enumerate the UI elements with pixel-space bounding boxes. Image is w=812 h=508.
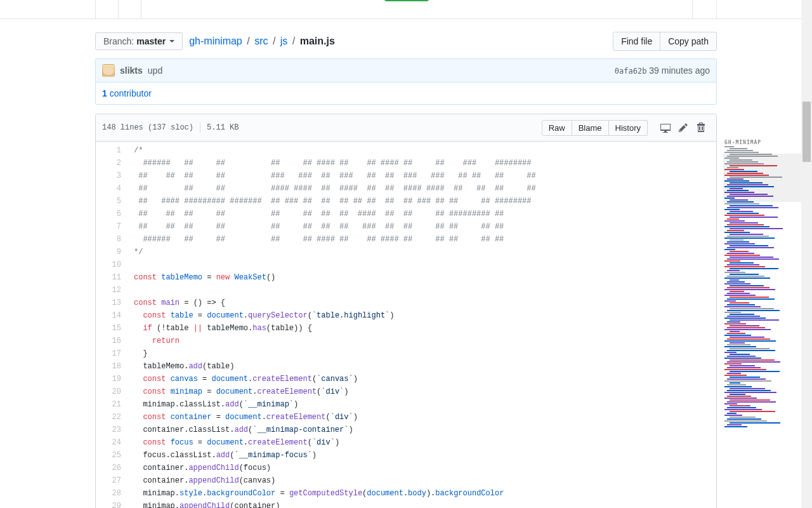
history-button[interactable]: History — [609, 120, 648, 136]
minimap-viewport[interactable] — [723, 154, 812, 202]
minimap-title: GH-MINIMAP — [724, 140, 811, 146]
chevron-down-icon — [169, 40, 174, 43]
branch-label: Branch: — [103, 36, 134, 46]
breadcrumb-part-0[interactable]: src — [254, 36, 268, 46]
raw-button[interactable]: Raw — [542, 120, 572, 136]
line-numbers: 1234567891011121314151617181920212223242… — [96, 142, 128, 508]
breadcrumb-repo[interactable]: gh-minimap — [189, 36, 242, 46]
trash-icon[interactable] — [692, 119, 710, 137]
code-content: /* ###### ## ## ## ## #### ## ## #### ##… — [128, 142, 716, 508]
breadcrumb-file: main.js — [300, 36, 335, 46]
blame-button[interactable]: Blame — [572, 120, 609, 136]
commit-time: 39 minutes ago — [649, 65, 710, 76]
commit-sha[interactable]: 0afa62b — [615, 67, 647, 76]
tab-residual-1 — [96, 0, 119, 19]
pencil-icon[interactable] — [674, 119, 692, 137]
avatar[interactable] — [102, 64, 115, 77]
desktop-icon[interactable] — [657, 119, 674, 137]
file-navigation: Branch: master gh-minimap / src / js / m… — [95, 32, 717, 51]
tab-residual-2 — [119, 0, 141, 19]
top-nav-residual — [0, 0, 812, 19]
branch-name: master — [136, 36, 166, 46]
minimap[interactable]: GH-MINIMAP — [723, 138, 812, 508]
contributors-link[interactable]: 1 contributor — [102, 88, 152, 98]
commit-author[interactable]: slikts — [120, 65, 143, 76]
clone-button-residual — [384, 0, 429, 1]
code-blob: 1234567891011121314151617181920212223242… — [96, 142, 716, 508]
breadcrumb-part-1[interactable]: js — [280, 36, 288, 46]
file-size: 5.11 KB — [207, 123, 239, 132]
commit-message[interactable]: upd — [148, 65, 162, 76]
scrollbar-track[interactable] — [801, 0, 812, 508]
contributors-bar: 1 contributor — [95, 83, 717, 105]
file-box: 148 lines (137 sloc) 5.11 KB Raw Blame H… — [95, 114, 717, 508]
tab-residual-right — [692, 0, 716, 19]
copy-path-button[interactable]: Copy path — [660, 32, 717, 51]
scrollbar-thumb[interactable] — [802, 102, 811, 162]
commit-tease: slikts upd 0afa62b 39 minutes ago — [95, 58, 717, 83]
breadcrumb: gh-minimap / src / js / main.js — [189, 36, 335, 47]
file-header: 148 lines (137 sloc) 5.11 KB Raw Blame H… — [96, 114, 716, 142]
find-file-button[interactable]: Find file — [613, 32, 660, 51]
file-lines: 148 lines (137 sloc) — [102, 123, 193, 132]
branch-select-menu[interactable]: Branch: master — [95, 32, 183, 50]
